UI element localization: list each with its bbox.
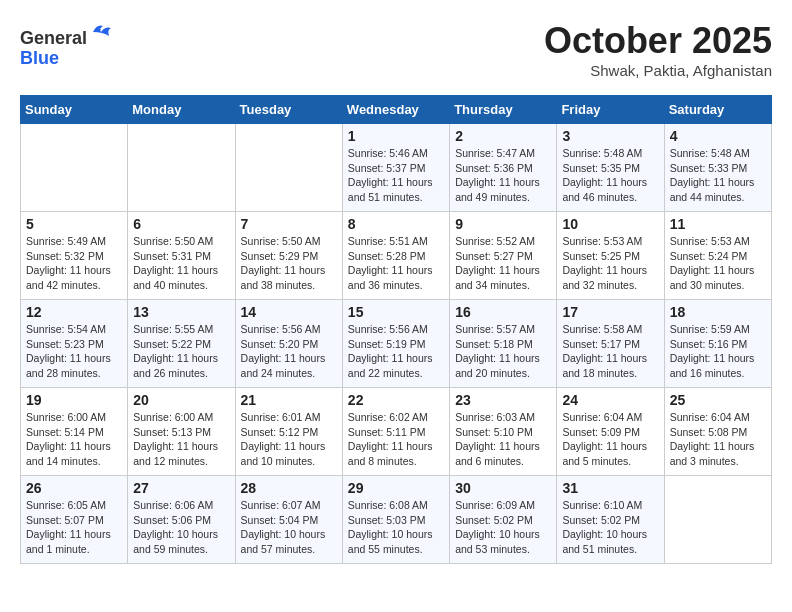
calendar-cell: 27Sunrise: 6:06 AM Sunset: 5:06 PM Dayli… xyxy=(128,476,235,564)
day-number: 16 xyxy=(455,304,551,320)
day-info: Sunrise: 5:57 AM Sunset: 5:18 PM Dayligh… xyxy=(455,322,551,381)
day-number: 31 xyxy=(562,480,658,496)
calendar-cell: 1Sunrise: 5:46 AM Sunset: 5:37 PM Daylig… xyxy=(342,124,449,212)
logo-bird-icon xyxy=(89,20,113,44)
calendar-cell: 14Sunrise: 5:56 AM Sunset: 5:20 PM Dayli… xyxy=(235,300,342,388)
weekday-header-thursday: Thursday xyxy=(450,96,557,124)
calendar-cell: 12Sunrise: 5:54 AM Sunset: 5:23 PM Dayli… xyxy=(21,300,128,388)
calendar-cell: 21Sunrise: 6:01 AM Sunset: 5:12 PM Dayli… xyxy=(235,388,342,476)
day-number: 5 xyxy=(26,216,122,232)
logo-general-text: General xyxy=(20,28,87,48)
day-number: 13 xyxy=(133,304,229,320)
calendar-cell: 18Sunrise: 5:59 AM Sunset: 5:16 PM Dayli… xyxy=(664,300,771,388)
day-number: 29 xyxy=(348,480,444,496)
day-info: Sunrise: 5:50 AM Sunset: 5:31 PM Dayligh… xyxy=(133,234,229,293)
calendar-cell xyxy=(21,124,128,212)
calendar-cell: 23Sunrise: 6:03 AM Sunset: 5:10 PM Dayli… xyxy=(450,388,557,476)
day-number: 17 xyxy=(562,304,658,320)
calendar-cell xyxy=(235,124,342,212)
day-info: Sunrise: 6:09 AM Sunset: 5:02 PM Dayligh… xyxy=(455,498,551,557)
day-number: 20 xyxy=(133,392,229,408)
day-info: Sunrise: 5:53 AM Sunset: 5:24 PM Dayligh… xyxy=(670,234,766,293)
calendar-cell: 28Sunrise: 6:07 AM Sunset: 5:04 PM Dayli… xyxy=(235,476,342,564)
day-number: 15 xyxy=(348,304,444,320)
calendar-week-row: 26Sunrise: 6:05 AM Sunset: 5:07 PM Dayli… xyxy=(21,476,772,564)
day-info: Sunrise: 6:05 AM Sunset: 5:07 PM Dayligh… xyxy=(26,498,122,557)
calendar-week-row: 1Sunrise: 5:46 AM Sunset: 5:37 PM Daylig… xyxy=(21,124,772,212)
calendar-cell: 6Sunrise: 5:50 AM Sunset: 5:31 PM Daylig… xyxy=(128,212,235,300)
logo-blue-text: Blue xyxy=(20,48,59,68)
day-info: Sunrise: 5:51 AM Sunset: 5:28 PM Dayligh… xyxy=(348,234,444,293)
page-header: General Blue October 2025 Shwak, Paktia,… xyxy=(20,20,772,79)
calendar-cell: 24Sunrise: 6:04 AM Sunset: 5:09 PM Dayli… xyxy=(557,388,664,476)
weekday-header-wednesday: Wednesday xyxy=(342,96,449,124)
day-info: Sunrise: 5:46 AM Sunset: 5:37 PM Dayligh… xyxy=(348,146,444,205)
day-number: 10 xyxy=(562,216,658,232)
calendar-cell xyxy=(128,124,235,212)
calendar-cell: 15Sunrise: 5:56 AM Sunset: 5:19 PM Dayli… xyxy=(342,300,449,388)
day-number: 30 xyxy=(455,480,551,496)
day-number: 27 xyxy=(133,480,229,496)
day-number: 12 xyxy=(26,304,122,320)
day-info: Sunrise: 5:50 AM Sunset: 5:29 PM Dayligh… xyxy=(241,234,337,293)
day-number: 21 xyxy=(241,392,337,408)
calendar-cell: 30Sunrise: 6:09 AM Sunset: 5:02 PM Dayli… xyxy=(450,476,557,564)
day-info: Sunrise: 6:00 AM Sunset: 5:13 PM Dayligh… xyxy=(133,410,229,469)
day-number: 14 xyxy=(241,304,337,320)
calendar-cell xyxy=(664,476,771,564)
weekday-header-monday: Monday xyxy=(128,96,235,124)
day-number: 4 xyxy=(670,128,766,144)
logo: General Blue xyxy=(20,20,113,69)
day-number: 24 xyxy=(562,392,658,408)
day-number: 3 xyxy=(562,128,658,144)
day-info: Sunrise: 6:07 AM Sunset: 5:04 PM Dayligh… xyxy=(241,498,337,557)
day-info: Sunrise: 5:49 AM Sunset: 5:32 PM Dayligh… xyxy=(26,234,122,293)
day-info: Sunrise: 5:58 AM Sunset: 5:17 PM Dayligh… xyxy=(562,322,658,381)
day-number: 9 xyxy=(455,216,551,232)
weekday-header-sunday: Sunday xyxy=(21,96,128,124)
day-info: Sunrise: 6:08 AM Sunset: 5:03 PM Dayligh… xyxy=(348,498,444,557)
calendar-cell: 7Sunrise: 5:50 AM Sunset: 5:29 PM Daylig… xyxy=(235,212,342,300)
day-info: Sunrise: 5:56 AM Sunset: 5:20 PM Dayligh… xyxy=(241,322,337,381)
day-number: 23 xyxy=(455,392,551,408)
calendar-cell: 22Sunrise: 6:02 AM Sunset: 5:11 PM Dayli… xyxy=(342,388,449,476)
calendar-cell: 19Sunrise: 6:00 AM Sunset: 5:14 PM Dayli… xyxy=(21,388,128,476)
day-info: Sunrise: 5:48 AM Sunset: 5:35 PM Dayligh… xyxy=(562,146,658,205)
day-number: 26 xyxy=(26,480,122,496)
day-number: 6 xyxy=(133,216,229,232)
calendar-cell: 9Sunrise: 5:52 AM Sunset: 5:27 PM Daylig… xyxy=(450,212,557,300)
calendar-cell: 16Sunrise: 5:57 AM Sunset: 5:18 PM Dayli… xyxy=(450,300,557,388)
day-info: Sunrise: 6:04 AM Sunset: 5:08 PM Dayligh… xyxy=(670,410,766,469)
day-number: 8 xyxy=(348,216,444,232)
calendar-cell: 20Sunrise: 6:00 AM Sunset: 5:13 PM Dayli… xyxy=(128,388,235,476)
day-info: Sunrise: 5:59 AM Sunset: 5:16 PM Dayligh… xyxy=(670,322,766,381)
calendar-cell: 11Sunrise: 5:53 AM Sunset: 5:24 PM Dayli… xyxy=(664,212,771,300)
day-info: Sunrise: 6:04 AM Sunset: 5:09 PM Dayligh… xyxy=(562,410,658,469)
calendar-cell: 10Sunrise: 5:53 AM Sunset: 5:25 PM Dayli… xyxy=(557,212,664,300)
weekday-header-saturday: Saturday xyxy=(664,96,771,124)
day-number: 22 xyxy=(348,392,444,408)
day-number: 19 xyxy=(26,392,122,408)
day-info: Sunrise: 6:03 AM Sunset: 5:10 PM Dayligh… xyxy=(455,410,551,469)
calendar-cell: 8Sunrise: 5:51 AM Sunset: 5:28 PM Daylig… xyxy=(342,212,449,300)
calendar-cell: 2Sunrise: 5:47 AM Sunset: 5:36 PM Daylig… xyxy=(450,124,557,212)
day-number: 2 xyxy=(455,128,551,144)
calendar-cell: 26Sunrise: 6:05 AM Sunset: 5:07 PM Dayli… xyxy=(21,476,128,564)
day-number: 28 xyxy=(241,480,337,496)
day-info: Sunrise: 6:06 AM Sunset: 5:06 PM Dayligh… xyxy=(133,498,229,557)
calendar-week-row: 5Sunrise: 5:49 AM Sunset: 5:32 PM Daylig… xyxy=(21,212,772,300)
day-info: Sunrise: 5:52 AM Sunset: 5:27 PM Dayligh… xyxy=(455,234,551,293)
day-number: 7 xyxy=(241,216,337,232)
calendar-cell: 31Sunrise: 6:10 AM Sunset: 5:02 PM Dayli… xyxy=(557,476,664,564)
calendar-cell: 17Sunrise: 5:58 AM Sunset: 5:17 PM Dayli… xyxy=(557,300,664,388)
day-number: 11 xyxy=(670,216,766,232)
weekday-header-row: SundayMondayTuesdayWednesdayThursdayFrid… xyxy=(21,96,772,124)
location: Shwak, Paktia, Afghanistan xyxy=(544,62,772,79)
calendar-cell: 29Sunrise: 6:08 AM Sunset: 5:03 PM Dayli… xyxy=(342,476,449,564)
month-title: October 2025 xyxy=(544,20,772,62)
day-info: Sunrise: 5:54 AM Sunset: 5:23 PM Dayligh… xyxy=(26,322,122,381)
calendar-week-row: 12Sunrise: 5:54 AM Sunset: 5:23 PM Dayli… xyxy=(21,300,772,388)
title-block: October 2025 Shwak, Paktia, Afghanistan xyxy=(544,20,772,79)
weekday-header-tuesday: Tuesday xyxy=(235,96,342,124)
day-info: Sunrise: 5:48 AM Sunset: 5:33 PM Dayligh… xyxy=(670,146,766,205)
